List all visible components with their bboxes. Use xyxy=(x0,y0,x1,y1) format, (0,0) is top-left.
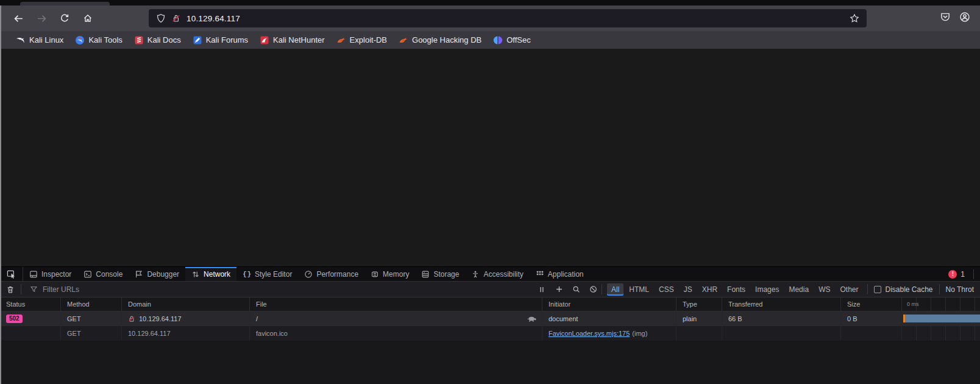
home-button[interactable] xyxy=(78,9,98,27)
column-method[interactable]: Method xyxy=(61,297,122,311)
column-type[interactable]: Type xyxy=(676,297,722,311)
bookmark-label: Kali Docs xyxy=(147,35,181,44)
tab-label: Inspector xyxy=(41,270,71,279)
filter-ws[interactable]: WS xyxy=(814,283,834,296)
cell-status: 502 xyxy=(0,311,61,326)
filter-all[interactable]: All xyxy=(607,283,623,296)
error-badge-icon[interactable]: ! xyxy=(948,270,957,279)
tab-label: Memory xyxy=(383,270,409,279)
waterfall-bar xyxy=(903,315,980,322)
page-content xyxy=(0,49,980,266)
error-count[interactable]: 1 xyxy=(960,270,965,279)
window-left-edge xyxy=(0,5,1,384)
filter-images[interactable]: Images xyxy=(751,283,783,296)
search-button[interactable] xyxy=(567,285,584,293)
console-icon xyxy=(83,270,92,279)
column-status[interactable]: Status xyxy=(0,297,61,311)
request-type-filters: All HTML CSS JS XHR Fonts Images Media W… xyxy=(602,283,867,296)
column-waterfall[interactable]: 0 ms xyxy=(902,297,980,311)
pick-element-icon xyxy=(7,269,16,279)
filter-js[interactable]: JS xyxy=(680,283,697,296)
accessibility-icon xyxy=(471,270,480,279)
bookmark-star-icon[interactable] xyxy=(850,13,859,23)
column-transferred[interactable]: Transferred xyxy=(722,297,841,311)
kali-tools-icon xyxy=(75,35,85,45)
devtools-tab-application[interactable]: Application xyxy=(530,267,590,281)
filter-fonts[interactable]: Fonts xyxy=(723,283,750,296)
clear-requests-button[interactable] xyxy=(0,282,21,297)
cell-file: favicon.ico xyxy=(250,326,542,341)
devtools-tab-storage[interactable]: Storage xyxy=(415,267,465,281)
application-icon xyxy=(536,270,544,279)
new-request-button[interactable] xyxy=(550,285,567,293)
tracking-shield-icon[interactable] xyxy=(156,13,166,23)
separator xyxy=(973,269,974,279)
devtools-tab-accessibility[interactable]: Accessibility xyxy=(465,267,529,281)
filter-html[interactable]: HTML xyxy=(625,283,653,296)
file-text: favicon.ico xyxy=(256,330,288,337)
insecure-lock-icon[interactable] xyxy=(171,13,181,23)
tab-label: Style Editor xyxy=(255,270,292,279)
bookmark-kali-nethunter[interactable]: Kali NetHunter xyxy=(260,35,325,45)
url-bar[interactable]: 10.129.64.117 xyxy=(149,9,867,27)
column-size[interactable]: Size xyxy=(841,297,902,311)
column-initiator[interactable]: Initiator xyxy=(542,297,676,311)
column-domain[interactable]: Domain xyxy=(122,297,250,311)
tab-strip xyxy=(0,0,980,5)
forward-button[interactable] xyxy=(32,9,51,27)
active-tab[interactable] xyxy=(20,2,110,5)
status-badge: 502 xyxy=(6,315,23,323)
requests-header-row: Status Method Domain File Initiator Type… xyxy=(0,297,980,311)
filter-css[interactable]: CSS xyxy=(655,283,678,296)
bookmark-offsec[interactable]: OffSec xyxy=(493,35,531,45)
block-button[interactable] xyxy=(584,285,602,293)
filter-urls-input[interactable]: Filter URLs xyxy=(21,285,533,294)
home-icon xyxy=(83,13,93,23)
bookmark-kali-docs[interactable]: Kali Docs xyxy=(134,35,181,45)
initiator-note: (img) xyxy=(632,330,647,337)
filter-other[interactable]: Other xyxy=(836,283,862,296)
devtools-tab-console[interactable]: Console xyxy=(77,267,129,281)
request-row-2[interactable]: GET 10.129.64.117 favicon.ico FaviconLoa… xyxy=(0,326,980,341)
request-row-1[interactable]: 502 GET 10.129.64.117 / document plain 6… xyxy=(0,311,980,326)
network-toolbar: Filter URLs All HTML CSS xyxy=(0,282,980,297)
cell-method: GET xyxy=(61,326,122,341)
bookmark-google-hacking-db[interactable]: Google Hacking DB xyxy=(399,35,481,45)
reload-icon xyxy=(60,13,69,23)
throttling-dropdown[interactable]: No Throt xyxy=(940,285,980,294)
filter-xhr[interactable]: XHR xyxy=(698,283,722,296)
devtools-tab-style-editor[interactable]: { } Style Editor xyxy=(236,267,298,281)
back-button[interactable] xyxy=(9,9,28,27)
cell-waterfall xyxy=(902,326,980,341)
devtools-tab-network[interactable]: Network xyxy=(185,267,236,281)
bookmark-kali-linux[interactable]: Kali Linux xyxy=(16,35,63,45)
filter-placeholder: Filter URLs xyxy=(43,285,79,294)
bookmark-kali-forums[interactable]: Kali Forums xyxy=(193,35,248,45)
reload-button[interactable] xyxy=(55,9,74,27)
column-file[interactable]: File xyxy=(250,297,542,311)
url-text[interactable]: 10.129.64.117 xyxy=(186,14,240,23)
devtools-tab-performance[interactable]: Performance xyxy=(298,267,364,281)
devtools-tab-memory[interactable]: Memory xyxy=(364,267,415,281)
initiator-link[interactable]: FaviconLoader.sys.mjs:175 xyxy=(549,330,630,337)
bookmark-kali-tools[interactable]: Kali Tools xyxy=(75,35,122,45)
bookmark-label: Exploit-DB xyxy=(350,35,387,44)
pocket-icon[interactable] xyxy=(940,12,951,25)
performance-icon xyxy=(304,270,313,279)
bookmark-exploit-db[interactable]: Exploit-DB xyxy=(336,35,387,45)
cell-initiator: FaviconLoader.sys.mjs:175 (img) xyxy=(542,326,676,341)
account-icon[interactable] xyxy=(959,12,970,25)
devtools-tab-inspector[interactable]: Inspector xyxy=(23,267,77,281)
inspector-icon xyxy=(29,270,38,279)
devtools-tab-debugger[interactable]: Debugger xyxy=(129,267,185,281)
memory-icon xyxy=(371,270,379,279)
disable-cache-checkbox[interactable] xyxy=(874,286,881,293)
network-icon xyxy=(191,270,200,279)
pause-button[interactable] xyxy=(533,286,550,293)
block-icon xyxy=(589,285,597,293)
filter-media[interactable]: Media xyxy=(784,283,813,296)
cell-transferred xyxy=(722,326,841,341)
pick-element-button[interactable] xyxy=(0,267,23,281)
kali-docs-icon xyxy=(134,35,144,45)
disable-cache-control[interactable]: Disable Cache xyxy=(868,285,939,294)
